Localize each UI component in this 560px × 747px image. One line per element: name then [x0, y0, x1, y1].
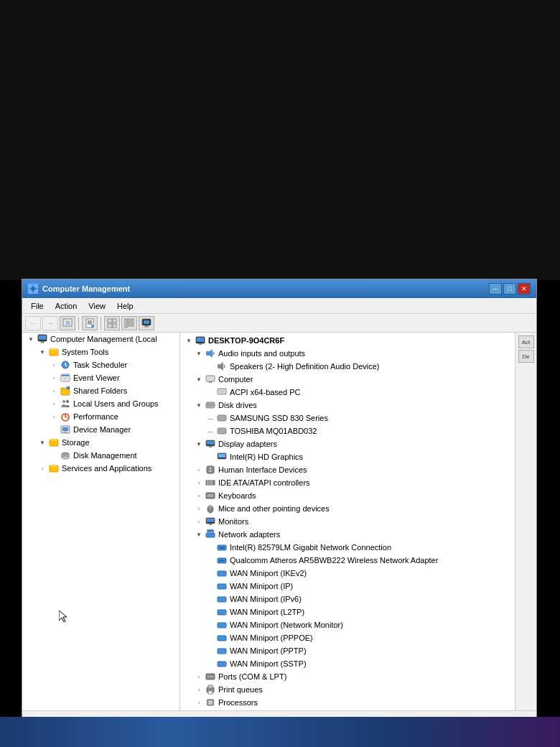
audio-node[interactable]: ▼ Audio inputs and outputs	[182, 347, 513, 360]
view-detail-button[interactable]	[121, 316, 137, 330]
network-expand[interactable]: ▼	[193, 529, 205, 540]
window-title: Computer Management	[42, 284, 130, 293]
monitors-label: Monitors	[218, 517, 248, 526]
task-scheduler-label: Task Scheduler	[73, 361, 127, 369]
monitors-node[interactable]: › Monitors	[182, 515, 513, 528]
right-root-expand[interactable]: ▼	[183, 335, 195, 346]
ports-expand[interactable]: ›	[193, 671, 205, 682]
tree-device-manager[interactable]: Device Manager	[22, 423, 179, 436]
menu-help[interactable]: Help	[111, 300, 139, 312]
wan-pppoe-node[interactable]: WAN Miniport (PPPOE)	[182, 631, 513, 644]
wan-l2tp-node[interactable]: WAN Miniport (L2TP)	[182, 606, 513, 618]
wan-ip-node[interactable]: WAN Miniport (IP)	[182, 580, 513, 593]
storage-expand[interactable]: ▼	[37, 437, 48, 448]
tree-event-viewer[interactable]: › Event Viewer	[22, 371, 179, 384]
wan-netmon-node[interactable]: WAN Miniport (Network Monitor)	[182, 618, 513, 631]
processors-expand[interactable]: ›	[193, 697, 205, 708]
performance-expand[interactable]: ›	[48, 411, 60, 422]
print-queues-node[interactable]: › Print queues	[182, 683, 513, 696]
disk-drives-node[interactable]: ▼ Disk drives	[182, 399, 513, 412]
disk-mgmt-label: Disk Management	[73, 451, 137, 460]
menu-file[interactable]: File	[25, 300, 50, 312]
display-expand[interactable]: ▼	[193, 438, 205, 450]
audio-expand[interactable]: ▼	[193, 348, 205, 359]
tree-local-users[interactable]: › Local Users and Groups	[22, 397, 179, 410]
speakers-node[interactable]: Speakers (2- High Definition Audio Devic…	[182, 360, 513, 373]
disk-mgmt-expand[interactable]	[48, 450, 60, 461]
menu-view[interactable]: View	[83, 300, 111, 312]
ide-icon	[205, 477, 216, 488]
maximize-button[interactable]: □	[503, 283, 516, 294]
task-sched-expand[interactable]: ›	[48, 359, 60, 371]
samsung-ssd-node[interactable]: — SAMSUNG SSD 830 Series	[182, 412, 513, 424]
software-devices-node[interactable]: › Software devices	[182, 709, 513, 710]
right-root-node[interactable]: ▼ DESKTOP-9O4CR6F	[182, 334, 513, 347]
content-area: ▼ Computer Management (Local ▼ System To…	[22, 333, 536, 710]
tree-performance[interactable]: › Performance	[22, 410, 179, 423]
wan-ikev2-node[interactable]: WAN Miniport (IKEv2)	[182, 567, 513, 580]
event-viewer-label: Event Viewer	[73, 374, 120, 382]
computer-node[interactable]: ▼ Computer	[182, 373, 513, 386]
intel-nic-node[interactable]: Intel(R) 82579LM Gigabit Network Connect…	[182, 541, 513, 554]
properties-button[interactable]	[82, 316, 98, 330]
mice-node[interactable]: › Mice and other pointing devices	[182, 502, 513, 515]
wan-pppoe-label: WAN Miniport (PPPOE)	[230, 634, 313, 642]
ide-expand[interactable]: ›	[193, 477, 205, 488]
network-adapters-node[interactable]: ▼ Network adapters	[182, 528, 513, 541]
svg-rect-91	[209, 524, 212, 525]
shared-folders-expand[interactable]: ›	[48, 385, 60, 396]
keyboards-expand[interactable]: ›	[193, 490, 205, 501]
qualcomm-label: Qualcomm Atheros AR5BWB222 Wireless Netw…	[230, 556, 438, 565]
mice-expand[interactable]: ›	[193, 503, 205, 514]
processors-node[interactable]: › Processors	[182, 696, 513, 709]
wan-pptp-node[interactable]: WAN Miniport (PPTP)	[182, 644, 513, 657]
toshiba-node[interactable]: — TOSHIBA MQ01ABD032	[182, 424, 513, 437]
acpi-node[interactable]: ACPI x64-based PC	[182, 386, 513, 399]
print-expand[interactable]: ›	[193, 684, 205, 695]
keyboards-node[interactable]: › Keyboards	[182, 489, 513, 502]
view-list-button[interactable]	[104, 316, 120, 330]
menu-bar: File Action View Help	[22, 298, 536, 314]
intel-graphics-node[interactable]: Intel(R) HD Graphics	[182, 450, 513, 463]
ide-node[interactable]: › IDE ATA/ATAPI controllers	[182, 476, 513, 489]
menu-action[interactable]: Action	[50, 300, 83, 312]
tree-storage[interactable]: ▼ Storage	[22, 436, 179, 449]
root-expand-icon[interactable]: ▼	[25, 333, 37, 345]
qualcomm-node[interactable]: Qualcomm Atheros AR5BWB222 Wireless Netw…	[182, 554, 513, 567]
right-tree: ▼ DESKTOP-9O4CR6F ▼ Audio inputs and out…	[180, 333, 536, 710]
processors-icon	[205, 697, 216, 708]
tree-task-scheduler[interactable]: › Task Scheduler	[22, 358, 179, 371]
event-viewer-expand[interactable]: ›	[48, 372, 60, 384]
action-panel-button[interactable]: Act	[518, 335, 534, 348]
wan-sstp-node[interactable]: WAN Miniport (SSTP)	[182, 657, 513, 670]
disk-drives-expand[interactable]: ▼	[193, 399, 205, 411]
tree-disk-mgmt[interactable]: Disk Management	[22, 449, 179, 462]
up-button[interactable]: ⊞	[60, 316, 75, 330]
local-users-expand[interactable]: ›	[48, 398, 60, 409]
svg-rect-75	[218, 454, 225, 458]
print-icon	[205, 684, 216, 695]
system-tools-expand[interactable]: ▼	[37, 346, 48, 358]
hid-expand[interactable]: ›	[193, 464, 205, 475]
hid-node[interactable]: › Human Interface Devices	[182, 463, 513, 476]
monitor-button[interactable]	[139, 316, 154, 330]
computer-expand[interactable]: ▼	[193, 374, 205, 385]
svg-rect-65	[219, 390, 225, 393]
forward-button[interactable]: →	[42, 316, 58, 330]
wan-ipv6-node[interactable]: WAN Miniport (IPv6)	[182, 593, 513, 606]
details-panel-button[interactable]: De	[518, 350, 534, 363]
monitors-expand[interactable]: ›	[193, 516, 205, 527]
back-button[interactable]: ←	[25, 316, 41, 330]
minimize-button[interactable]: ─	[489, 283, 502, 294]
tree-system-tools[interactable]: ▼ System Tools	[22, 345, 179, 358]
services-expand[interactable]: ›	[37, 463, 48, 474]
close-button[interactable]: ✕	[518, 283, 531, 294]
device-mgr-expand[interactable]	[48, 424, 60, 435]
svg-marker-61	[220, 362, 223, 371]
tree-services[interactable]: › Services and Applications	[22, 462, 179, 475]
tree-root[interactable]: ▼ Computer Management (Local	[22, 333, 179, 345]
software-expand[interactable]: ›	[193, 710, 205, 710]
tree-shared-folders[interactable]: › Shared Folders	[22, 384, 179, 397]
ports-node[interactable]: › Ports (COM & LPT)	[182, 670, 513, 683]
display-adapters-node[interactable]: ▼ Display adapters	[182, 437, 513, 450]
